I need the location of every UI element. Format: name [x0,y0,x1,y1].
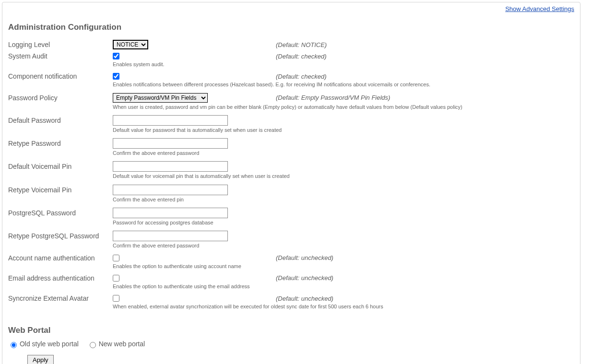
system-audit-checkbox[interactable] [113,53,119,59]
component-notification-checkbox[interactable] [113,73,119,80]
default-password-policy: (Default: Empty Password/VM Pin Fields) [276,94,390,101]
desc-password-policy: When user is created, password and vm pi… [113,103,574,112]
desc-account-name-auth: Enables the option to authenticate using… [113,262,574,271]
row-postgresql-password: PostgreSQL Password [8,205,574,218]
label-account-name-auth: Account name authentication [8,254,113,262]
row-retype-postgresql-password: Retype PostgreSQL Password [8,228,574,241]
label-system-audit: System Audit [8,52,113,60]
label-retype-postgresql-password: Retype PostgreSQL Password [8,232,113,240]
label-password-policy: Password Policy [8,94,113,102]
section-title-admin: Administration Configuration [8,23,574,32]
desc-component-notification: Enables notifications between different … [113,80,574,90]
row-password-policy: Password Policy Empty Password/VM Pin Fi… [8,90,574,103]
old-portal-label: Old style web portal [20,340,79,348]
label-component-notification: Component notification [8,72,113,80]
label-email-auth: Email address authentication [8,274,113,282]
sync-avatar-checkbox[interactable] [113,295,119,302]
desc-postgresql-password: Password for accessing postgres database [113,218,574,228]
old-portal-option[interactable]: Old style web portal [8,340,81,348]
default-system-audit: (Default: checked) [276,53,327,60]
default-account-name-auth: (Default: unchecked) [276,254,333,261]
default-voicemail-pin-input[interactable] [113,161,228,172]
row-sync-avatar: Syncronize External Avatar (Default: unc… [8,292,574,302]
password-policy-select[interactable]: Empty Password/VM Pin Fields [113,93,208,103]
desc-retype-voicemail-pin: Confirm the above entered pin [113,195,574,205]
show-advanced-settings-link[interactable]: Show Advanced Settings [505,5,574,12]
old-portal-radio[interactable] [11,342,17,348]
row-component-notification: Component notification (Default: checked… [8,70,574,80]
row-retype-voicemail-pin: Retype Voicemail Pin [8,182,574,195]
retype-password-input[interactable] [113,138,228,149]
desc-email-auth: Enables the option to authenticate using… [113,282,574,292]
desc-system-audit: Enables system audit. [113,60,574,70]
web-portal-options: Old style web portal New web portal [8,340,574,348]
label-default-voicemail-pin: Default Voicemail Pin [8,163,113,170]
default-sync-avatar: (Default: unchecked) [276,295,333,302]
new-portal-radio[interactable] [90,342,96,348]
label-default-password: Default Password [8,117,113,124]
account-name-auth-checkbox[interactable] [113,255,119,261]
default-password-input[interactable] [113,115,228,126]
label-postgresql-password: PostgreSQL Password [8,209,113,217]
desc-sync-avatar: When enabled, external avatar syncrhoniz… [113,302,574,312]
label-retype-voicemail-pin: Retype Voicemail Pin [8,186,113,194]
row-logging-level: Logging Level NOTICE (Default: NOTICE) [8,37,574,49]
retype-voicemail-pin-input[interactable] [113,185,228,195]
apply-button[interactable]: Apply [27,355,54,364]
row-retype-password: Retype Password [8,135,574,149]
postgresql-password-input[interactable] [113,208,228,218]
email-auth-checkbox[interactable] [113,275,119,282]
row-account-name-auth: Account name authentication (Default: un… [8,251,574,262]
desc-default-voicemail-pin: Default value for voicemail pin that is … [113,172,574,181]
default-component-notification: (Default: checked) [276,73,327,80]
section-title-web-portal: Web Portal [8,326,574,335]
new-portal-option[interactable]: New web portal [87,340,145,348]
label-sync-avatar: Syncronize External Avatar [8,294,113,302]
new-portal-label: New web portal [99,340,145,348]
desc-retype-password: Confirm the above entered password [113,149,574,158]
admin-config-panel: Show Advanced Settings Administration Co… [2,2,580,364]
logging-level-select[interactable]: NOTICE [113,40,148,49]
desc-default-password: Default value for password that is autom… [113,126,574,135]
row-default-voicemail-pin: Default Voicemail Pin [8,158,574,172]
default-logging-level: (Default: NOTICE) [276,41,327,48]
retype-postgresql-password-input[interactable] [113,231,228,241]
row-email-auth: Email address authentication (Default: u… [8,271,574,282]
default-email-auth: (Default: unchecked) [276,274,333,282]
desc-retype-postgresql-password: Confirm the above entered password [113,241,574,251]
row-system-audit: System Audit (Default: checked) [8,49,574,60]
row-default-password: Default Password [8,112,574,126]
label-logging-level: Logging Level [8,41,113,48]
label-retype-password: Retype Password [8,140,113,147]
